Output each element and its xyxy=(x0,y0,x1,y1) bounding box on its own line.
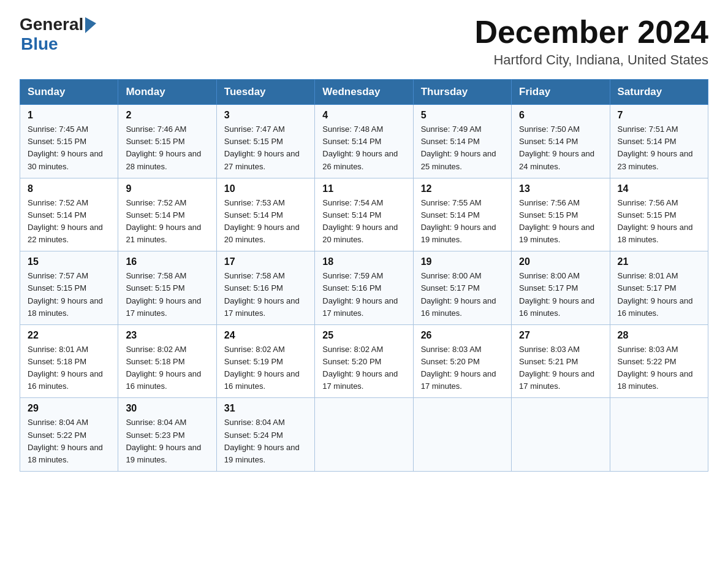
day-number: 27 xyxy=(519,330,603,341)
calendar-cell: 9Sunrise: 7:52 AMSunset: 5:14 PMDaylight… xyxy=(118,178,216,251)
day-detail: Sunrise: 8:03 AMSunset: 5:22 PMDaylight:… xyxy=(618,343,702,393)
weekday-header-wednesday: Wednesday xyxy=(315,80,413,105)
calendar-cell: 3Sunrise: 7:47 AMSunset: 5:15 PMDaylight… xyxy=(216,105,314,178)
day-number: 18 xyxy=(322,256,406,267)
calendar-cell: 1Sunrise: 7:45 AMSunset: 5:15 PMDaylight… xyxy=(20,105,118,178)
calendar-cell: 18Sunrise: 7:59 AMSunset: 5:16 PMDayligh… xyxy=(315,251,413,325)
calendar-cell: 16Sunrise: 7:58 AMSunset: 5:15 PMDayligh… xyxy=(118,251,216,325)
day-number: 19 xyxy=(421,256,505,267)
day-number: 16 xyxy=(126,256,210,267)
header: General Blue December 2024 Hartford City… xyxy=(20,15,708,68)
calendar-cell: 30Sunrise: 8:04 AMSunset: 5:23 PMDayligh… xyxy=(118,398,216,472)
calendar-cell: 27Sunrise: 8:03 AMSunset: 5:21 PMDayligh… xyxy=(512,324,610,398)
day-number: 5 xyxy=(421,110,505,121)
title-block: December 2024 Hartford City, Indiana, Un… xyxy=(474,15,708,68)
calendar-cell: 23Sunrise: 8:02 AMSunset: 5:18 PMDayligh… xyxy=(118,324,216,398)
day-number: 9 xyxy=(126,183,210,194)
logo: General Blue xyxy=(20,15,96,54)
calendar-title: December 2024 xyxy=(474,15,708,50)
calendar-cell: 31Sunrise: 8:04 AMSunset: 5:24 PMDayligh… xyxy=(216,398,314,472)
day-detail: Sunrise: 7:52 AMSunset: 5:14 PMDaylight:… xyxy=(126,197,210,247)
calendar-cell xyxy=(413,398,511,472)
weekday-header-sunday: Sunday xyxy=(20,80,118,105)
day-number: 1 xyxy=(28,110,112,121)
day-number: 28 xyxy=(618,330,702,341)
calendar-cell: 15Sunrise: 7:57 AMSunset: 5:15 PMDayligh… xyxy=(20,251,118,325)
weekday-header-saturday: Saturday xyxy=(610,80,708,105)
day-detail: Sunrise: 7:48 AMSunset: 5:14 PMDaylight:… xyxy=(322,123,406,173)
day-detail: Sunrise: 8:03 AMSunset: 5:21 PMDaylight:… xyxy=(519,343,603,393)
calendar-cell: 14Sunrise: 7:56 AMSunset: 5:15 PMDayligh… xyxy=(610,178,708,251)
calendar-cell: 20Sunrise: 8:00 AMSunset: 5:17 PMDayligh… xyxy=(512,251,610,325)
calendar-cell: 13Sunrise: 7:56 AMSunset: 5:15 PMDayligh… xyxy=(512,178,610,251)
day-detail: Sunrise: 7:56 AMSunset: 5:15 PMDaylight:… xyxy=(519,197,603,247)
calendar-week-row: 1Sunrise: 7:45 AMSunset: 5:15 PMDaylight… xyxy=(20,105,708,178)
day-number: 6 xyxy=(519,110,603,121)
calendar-subtitle: Hartford City, Indiana, United States xyxy=(474,52,708,68)
weekday-header-monday: Monday xyxy=(118,80,216,105)
calendar-cell: 21Sunrise: 8:01 AMSunset: 5:17 PMDayligh… xyxy=(610,251,708,325)
day-detail: Sunrise: 8:01 AMSunset: 5:18 PMDaylight:… xyxy=(28,343,112,393)
day-detail: Sunrise: 7:58 AMSunset: 5:16 PMDaylight:… xyxy=(224,270,308,320)
day-number: 25 xyxy=(322,330,406,341)
weekday-header-friday: Friday xyxy=(512,80,610,105)
calendar-week-row: 22Sunrise: 8:01 AMSunset: 5:18 PMDayligh… xyxy=(20,324,708,398)
day-number: 26 xyxy=(421,330,505,341)
day-detail: Sunrise: 7:56 AMSunset: 5:15 PMDaylight:… xyxy=(618,197,702,247)
day-number: 30 xyxy=(126,403,210,414)
svg-marker-0 xyxy=(85,17,96,33)
day-number: 14 xyxy=(618,183,702,194)
calendar-week-row: 29Sunrise: 8:04 AMSunset: 5:22 PMDayligh… xyxy=(20,398,708,472)
day-number: 8 xyxy=(28,183,112,194)
day-number: 12 xyxy=(421,183,505,194)
day-detail: Sunrise: 7:50 AMSunset: 5:14 PMDaylight:… xyxy=(519,123,603,173)
day-number: 17 xyxy=(224,256,308,267)
day-detail: Sunrise: 7:58 AMSunset: 5:15 PMDaylight:… xyxy=(126,270,210,320)
calendar-cell: 24Sunrise: 8:02 AMSunset: 5:19 PMDayligh… xyxy=(216,324,314,398)
calendar-cell: 25Sunrise: 8:02 AMSunset: 5:20 PMDayligh… xyxy=(315,324,413,398)
day-detail: Sunrise: 8:01 AMSunset: 5:17 PMDaylight:… xyxy=(618,270,702,320)
calendar-table: SundayMondayTuesdayWednesdayThursdayFrid… xyxy=(20,79,708,472)
day-detail: Sunrise: 7:55 AMSunset: 5:14 PMDaylight:… xyxy=(421,197,505,247)
weekday-header-row: SundayMondayTuesdayWednesdayThursdayFrid… xyxy=(20,80,708,105)
calendar-cell: 17Sunrise: 7:58 AMSunset: 5:16 PMDayligh… xyxy=(216,251,314,325)
calendar-cell: 6Sunrise: 7:50 AMSunset: 5:14 PMDaylight… xyxy=(512,105,610,178)
day-number: 7 xyxy=(618,110,702,121)
day-detail: Sunrise: 7:54 AMSunset: 5:14 PMDaylight:… xyxy=(322,197,406,247)
calendar-week-row: 8Sunrise: 7:52 AMSunset: 5:14 PMDaylight… xyxy=(20,178,708,251)
calendar-cell: 5Sunrise: 7:49 AMSunset: 5:14 PMDaylight… xyxy=(413,105,511,178)
day-number: 4 xyxy=(322,110,406,121)
calendar-cell: 8Sunrise: 7:52 AMSunset: 5:14 PMDaylight… xyxy=(20,178,118,251)
day-detail: Sunrise: 8:03 AMSunset: 5:20 PMDaylight:… xyxy=(421,343,505,393)
day-number: 31 xyxy=(224,403,308,414)
day-detail: Sunrise: 8:00 AMSunset: 5:17 PMDaylight:… xyxy=(519,270,603,320)
logo-flag-icon xyxy=(85,17,96,33)
calendar-cell: 29Sunrise: 8:04 AMSunset: 5:22 PMDayligh… xyxy=(20,398,118,472)
calendar-cell: 7Sunrise: 7:51 AMSunset: 5:14 PMDaylight… xyxy=(610,105,708,178)
calendar-cell xyxy=(610,398,708,472)
day-detail: Sunrise: 8:02 AMSunset: 5:19 PMDaylight:… xyxy=(224,343,308,393)
day-number: 21 xyxy=(618,256,702,267)
day-number: 11 xyxy=(322,183,406,194)
day-number: 24 xyxy=(224,330,308,341)
day-detail: Sunrise: 8:04 AMSunset: 5:22 PMDaylight:… xyxy=(28,416,112,466)
calendar-week-row: 15Sunrise: 7:57 AMSunset: 5:15 PMDayligh… xyxy=(20,251,708,325)
logo-general: General xyxy=(20,15,83,34)
day-detail: Sunrise: 7:57 AMSunset: 5:15 PMDaylight:… xyxy=(28,270,112,320)
day-number: 15 xyxy=(28,256,112,267)
day-detail: Sunrise: 8:02 AMSunset: 5:20 PMDaylight:… xyxy=(322,343,406,393)
day-detail: Sunrise: 7:53 AMSunset: 5:14 PMDaylight:… xyxy=(224,197,308,247)
day-detail: Sunrise: 8:04 AMSunset: 5:24 PMDaylight:… xyxy=(224,416,308,466)
logo-blue-word: Blue xyxy=(21,34,58,54)
day-detail: Sunrise: 7:47 AMSunset: 5:15 PMDaylight:… xyxy=(224,123,308,173)
calendar-cell xyxy=(315,398,413,472)
calendar-cell xyxy=(512,398,610,472)
day-number: 23 xyxy=(126,330,210,341)
day-number: 13 xyxy=(519,183,603,194)
day-detail: Sunrise: 7:45 AMSunset: 5:15 PMDaylight:… xyxy=(28,123,112,173)
weekday-header-tuesday: Tuesday xyxy=(216,80,314,105)
day-detail: Sunrise: 7:49 AMSunset: 5:14 PMDaylight:… xyxy=(421,123,505,173)
calendar-cell: 4Sunrise: 7:48 AMSunset: 5:14 PMDaylight… xyxy=(315,105,413,178)
page: General Blue December 2024 Hartford City… xyxy=(0,0,728,491)
day-number: 20 xyxy=(519,256,603,267)
